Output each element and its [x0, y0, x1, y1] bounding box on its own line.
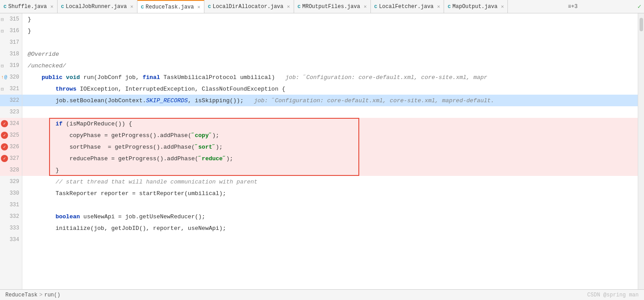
- tab-label-mapoutput: MapOutput.java: [453, 4, 498, 10]
- line-330-gutter: 330: [0, 188, 22, 199]
- tab-icon-reducetask: C: [141, 4, 144, 10]
- code-line-331: [22, 199, 638, 211]
- line-331-gutter: 331: [0, 199, 22, 211]
- code-line-334: [22, 234, 638, 246]
- tab-localfetcher[interactable]: C LocalFetcher.java ✕: [371, 0, 445, 13]
- error-badge-324: ✓: [1, 120, 8, 127]
- line-num-318: 318: [9, 51, 19, 57]
- line-324-gutter: ✓ 324: [0, 118, 22, 129]
- tab-close-mapoutput[interactable]: ✕: [501, 4, 504, 9]
- tab-close-reducetask[interactable]: ✕: [197, 4, 200, 10]
- code-line-327: reducePhase = getProgress().addPhase(˝re…: [22, 153, 638, 164]
- vertical-scrollbar[interactable]: [638, 13, 644, 289]
- line-326-gutter: ✓ 326: [0, 141, 22, 153]
- tab-close-localjobrunner[interactable]: ✕: [130, 4, 133, 9]
- tab-label-localdirallocator: LocalDirAllocator.java: [213, 4, 283, 10]
- code-line-315: }: [22, 13, 638, 25]
- line-319-gutter: ⊟ 319: [0, 60, 22, 71]
- line-329-gutter: 329: [0, 176, 22, 188]
- tab-label-localfetcher: LocalFetcher.java: [379, 4, 433, 10]
- code-line-321: throws IOException, InterruptedException…: [22, 83, 638, 95]
- tab-close-shuffle[interactable]: ✕: [50, 4, 54, 9]
- line-num-330: 330: [9, 190, 19, 196]
- breadcrumb-separator: >: [39, 292, 42, 298]
- line-num-334: 334: [9, 237, 19, 243]
- tab-localdirallocator[interactable]: C LocalDirAllocator.java ✕: [204, 0, 294, 13]
- code-line-329: // start thread that will handle communi…: [22, 176, 638, 188]
- tab-close-localfetcher[interactable]: ✕: [437, 4, 440, 9]
- fold-icon-319: ⊟: [1, 63, 4, 69]
- code-line-317: [22, 37, 638, 48]
- line-334-gutter: 334: [0, 234, 22, 246]
- code-line-323: [22, 106, 638, 118]
- fold-icon-316: ⊟: [1, 28, 4, 34]
- tab-icon-localjobrunner: C: [61, 4, 64, 9]
- tab-icon-localfetcher: C: [374, 4, 378, 9]
- line-320-gutter: ↑ @ 320: [0, 71, 22, 83]
- tab-label-localjobrunner: LocalJobRunner.java: [66, 4, 127, 10]
- line-num-332: 332: [9, 213, 19, 220]
- line-316-gutter: ⊟ 316: [0, 25, 22, 37]
- code-line-333: initialize(job, getJobID(), reporter, us…: [22, 222, 638, 234]
- code-line-318: @Override: [22, 48, 638, 60]
- tab-overflow[interactable]: ≡+3: [565, 4, 582, 10]
- tab-label-shuffle: Shuffle.java: [8, 4, 47, 10]
- line-numbers-panel: ⊟ 315 ⊟ 316 317 318 ⊟ 319 ↑ @ 320: [0, 13, 22, 289]
- tab-checkmark: ✓: [638, 3, 644, 10]
- tab-bar: C Shuffle.java ✕ C LocalJobRunner.java ✕…: [0, 0, 644, 13]
- scrollbar-thumb[interactable]: [640, 18, 643, 31]
- tab-close-localdirallocator[interactable]: ✕: [287, 4, 290, 9]
- tab-icon-shuffle: C: [4, 4, 7, 9]
- line-327-gutter: ✓ 327: [0, 153, 22, 164]
- status-bar: ReduceTask > run() CSDN @spring man: [0, 289, 644, 300]
- tab-label-reducetask: ReduceTask.java: [145, 4, 194, 10]
- line-num-322: 322: [9, 97, 19, 104]
- tab-icon-mapoutput: C: [448, 4, 451, 9]
- code-line-316: }: [22, 25, 638, 37]
- line-321-gutter: ⊟ 321: [0, 83, 22, 95]
- line-num-326: 326: [9, 144, 19, 150]
- line-318-gutter: 318: [0, 48, 22, 60]
- line-num-316: 316: [9, 28, 19, 34]
- line-num-323: 323: [9, 109, 19, 115]
- line-num-324: 324: [9, 121, 19, 127]
- tab-localjobrunner[interactable]: C LocalJobRunner.java ✕: [58, 0, 137, 13]
- watermark-label: CSDN @spring man: [587, 292, 639, 298]
- line-325-gutter: ✓ 325: [0, 129, 22, 141]
- fold-icon-315: ⊟: [1, 17, 4, 22]
- line-num-321: 321: [9, 86, 19, 92]
- line-317-gutter: 317: [0, 37, 22, 48]
- up-arrow-icon-320: ↑: [1, 75, 4, 80]
- tab-shuffle[interactable]: C Shuffle.java ✕: [0, 0, 58, 13]
- code-line-332: boolean useNewApi = job.getUseNewReducer…: [22, 211, 638, 222]
- code-line-324: if (isMapOrReduce()) {: [22, 118, 638, 129]
- code-line-320: public void run(JobConf job, final TaskU…: [22, 71, 638, 83]
- line-333-gutter: 333: [0, 222, 22, 234]
- tab-icon-localdirallocator: C: [208, 4, 211, 9]
- code-area[interactable]: } } @Override /unchecked/ public void ru…: [22, 13, 638, 289]
- line-332-gutter: 332: [0, 211, 22, 222]
- code-line-330: TaskReporter reporter = startReporter(um…: [22, 188, 638, 199]
- line-num-325: 325: [9, 132, 19, 138]
- tab-close-mroutputfiles[interactable]: ✕: [364, 4, 367, 9]
- code-line-325: copyPhase = getProgress().addPhase(˝copy…: [22, 129, 638, 141]
- line-322-gutter: 322: [0, 95, 22, 106]
- line-num-328: 328: [9, 167, 19, 173]
- code-line-326: sortPhase = getProgress().addPhase(˝sort…: [22, 141, 638, 153]
- line-328-gutter: 328: [0, 164, 22, 176]
- tab-mapoutput[interactable]: C MapOutput.java ✕: [444, 0, 508, 13]
- breadcrumb-method: run(): [44, 292, 60, 298]
- line-num-320: 320: [9, 74, 19, 80]
- code-line-319: /unchecked/: [22, 60, 638, 71]
- code-lines: } } @Override /unchecked/ public void ru…: [22, 13, 638, 246]
- line-315-gutter: ⊟ 315: [0, 13, 22, 25]
- fold-icon-321: ⊟: [1, 86, 4, 92]
- line-323-gutter: 323: [0, 106, 22, 118]
- tab-reducetask[interactable]: C ReduceTask.java ✕: [137, 0, 204, 13]
- line-num-329: 329: [9, 179, 19, 185]
- editor-container: ⊟ 315 ⊟ 316 317 318 ⊟ 319 ↑ @ 320: [0, 13, 644, 289]
- error-badge-325: ✓: [1, 132, 8, 139]
- code-line-322: job.setBoolean(JobContext.SKIP_RECORDS, …: [22, 95, 638, 106]
- breadcrumb-file: ReduceTask: [5, 292, 37, 298]
- tab-mroutputfiles[interactable]: C MROutputFiles.java ✕: [294, 0, 371, 13]
